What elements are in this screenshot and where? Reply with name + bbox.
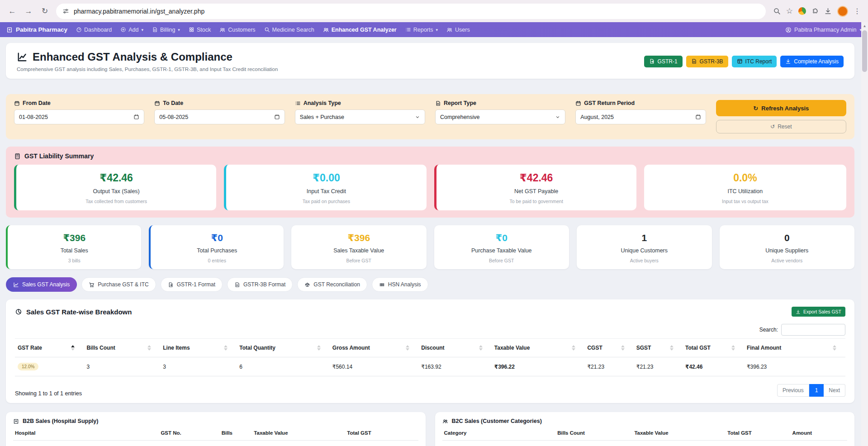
b2c-title-text: B2C Sales (Customer Categories) [452, 418, 542, 424]
reset-icon: ↺ [770, 123, 775, 130]
cell: ₹21.23 [634, 357, 683, 376]
page-title: Enhanced GST Analysis & Compliance [17, 51, 278, 63]
main-content: Enhanced GST Analysis & Compliance Compr… [0, 37, 868, 446]
nav-item-users[interactable]: Users [446, 27, 470, 33]
col-discount[interactable]: Discount [418, 339, 492, 357]
to-date-input[interactable]: 05-08-2025 [154, 109, 285, 124]
pagination-page-1[interactable]: 1 [809, 384, 824, 397]
user-menu[interactable]: Pabitra Pharmacy Admin ▾ [785, 27, 862, 33]
scrollbar-up-arrow[interactable]: ▲ [861, 22, 868, 28]
liability-title: GST Liability Summary [14, 152, 846, 160]
col-sgst[interactable]: SGST [634, 339, 683, 357]
site-settings-icon[interactable] [62, 8, 69, 14]
pagination-previous[interactable]: Previous [777, 384, 809, 397]
date-picker-icon[interactable] [274, 114, 280, 120]
pie-chart-icon [15, 308, 22, 315]
back-button[interactable]: ← [5, 4, 20, 19]
liability-title-text: GST Liability Summary [24, 152, 94, 160]
gstr1-button[interactable]: GSTR-1 [644, 56, 683, 67]
pagination-next[interactable]: Next [824, 384, 845, 397]
output-tax-label: Output Tax (Sales) [21, 188, 212, 195]
refresh-analysis-button[interactable]: ↻ Refresh Analysis [716, 100, 846, 116]
nav-item-dashboard[interactable]: Dashboard [76, 27, 112, 33]
tab-label: Purchase GST & ITC [98, 281, 148, 288]
sales-taxable-label: Sales Taxable Value [295, 247, 423, 254]
purchase-taxable-value: ₹0 [438, 232, 566, 243]
page-title-text: Enhanced GST Analysis & Compliance [33, 51, 232, 63]
tab-gstr1-format[interactable]: GSTR-1 Format [161, 277, 223, 292]
bookmark-star-icon[interactable]: ☆ [786, 6, 793, 16]
download-icon[interactable] [824, 7, 832, 15]
tab-gst-reconciliation[interactable]: GST Reconciliation [297, 277, 367, 292]
reload-button[interactable]: ↻ [37, 4, 52, 19]
analysis-type-select[interactable]: Sales + Purchase [295, 109, 425, 124]
cell: ₹42 [726, 441, 790, 446]
unique-suppliers-value: 0 [723, 232, 851, 243]
date-picker-icon[interactable] [695, 114, 701, 120]
export-label: Export Sales GST [803, 309, 841, 314]
stat-cards: ₹396 Total Sales 3 bills ₹0 Total Purcha… [6, 225, 854, 269]
reset-button[interactable]: ↺ Reset [716, 120, 846, 133]
col-gst-rate[interactable]: GST Rate [15, 339, 84, 357]
profile-avatar[interactable] [837, 6, 848, 17]
col-bills-count[interactable]: Bills Count [84, 339, 160, 357]
from-date-input[interactable]: 01-08-2025 [14, 109, 144, 124]
search-input[interactable] [781, 324, 845, 336]
gst-period-input[interactable]: August, 2025 [575, 109, 706, 124]
nav-item-add[interactable]: Add ▾ [120, 27, 143, 33]
purchase-taxable-card: ₹0 Purchase Taxable Value Before GST [434, 225, 569, 269]
tab-sales-gst-analysis[interactable]: Sales GST Analysis [6, 277, 77, 292]
nav-item-customers[interactable]: Customers [219, 27, 255, 33]
nav-item-stock[interactable]: Stock [189, 27, 211, 33]
itc-report-button[interactable]: ITC Report [732, 56, 777, 67]
col-taxable-value[interactable]: Taxable Value [492, 339, 585, 357]
tab-purchase-gst-itc[interactable]: Purchase GST & ITC [81, 277, 156, 292]
url-text[interactable]: pharmacy.pabitramemorial.in/gst_analyzer… [74, 8, 204, 15]
tab-label: GSTR-3B Format [243, 281, 285, 288]
tab-gstr3b-format[interactable]: GSTR-3B Format [227, 277, 293, 292]
input-tax-credit-label: Input Tax Credit [231, 188, 422, 195]
file-export-icon [649, 58, 655, 64]
label-text: From Date [23, 100, 51, 106]
export-sales-gst-button[interactable]: Export Sales GST [792, 307, 845, 317]
kebab-menu-icon[interactable]: ⋮ [854, 7, 861, 15]
nav-item-reports[interactable]: Reports ▾ [405, 27, 438, 33]
tab-label: Sales GST Analysis [22, 281, 70, 288]
cell: Pabitra Memorial Hos [13, 441, 159, 446]
complete-analysis-button[interactable]: Complete Analysis [780, 56, 844, 67]
sort-icon [670, 345, 674, 351]
brand[interactable]: Pabitra Pharmacy [6, 26, 67, 33]
report-type-value: Comprehensive [440, 114, 480, 120]
nav-item-gst-analyzer[interactable]: Enhanced GST Analyzer [323, 27, 397, 33]
gst-period-value: August, 2025 [580, 114, 614, 120]
sort-icon [147, 345, 151, 351]
col-line-items[interactable]: Line Items [160, 339, 237, 357]
col-cgst[interactable]: CGST [584, 339, 633, 357]
search-icon[interactable] [773, 7, 781, 15]
address-bar[interactable]: pharmacy.pabitramemorial.in/gst_analyzer… [56, 4, 766, 19]
gstr3b-button[interactable]: GSTR-3B [686, 56, 728, 67]
col-gross-amount[interactable]: Gross Amount [330, 339, 418, 357]
col-total-gst: Total GST [726, 426, 790, 441]
scrollbar-thumb[interactable] [862, 30, 867, 72]
extension-icon[interactable] [798, 7, 806, 15]
nav-item-medicine-search[interactable]: Medicine Search [264, 27, 314, 33]
tab-hsn-analysis[interactable]: HSN Analysis [372, 277, 428, 292]
forward-button[interactable]: → [21, 4, 36, 19]
nav-item-billing[interactable]: Billing ▾ [152, 27, 180, 33]
chart-line-icon [17, 52, 28, 62]
cell: 3 [160, 357, 237, 376]
col-total-quantity[interactable]: Total Quantity [237, 339, 330, 357]
label-text: Report Type [444, 100, 476, 106]
puzzle-extensions-icon[interactable] [811, 8, 819, 15]
col-bills: Bills [220, 426, 252, 441]
itc-utilization-value: 0.0% [649, 172, 842, 184]
page-scrollbar[interactable]: ▲ [861, 22, 868, 446]
col-gst-no: GST No. [159, 426, 219, 441]
output-tax-value: ₹42.46 [21, 172, 212, 184]
reset-label: Reset [778, 123, 792, 130]
report-type-select[interactable]: Comprehensive [435, 109, 565, 124]
date-picker-icon[interactable] [133, 114, 139, 120]
col-final-amount[interactable]: Final Amount [744, 339, 845, 357]
col-total-gst[interactable]: Total GST [683, 339, 744, 357]
